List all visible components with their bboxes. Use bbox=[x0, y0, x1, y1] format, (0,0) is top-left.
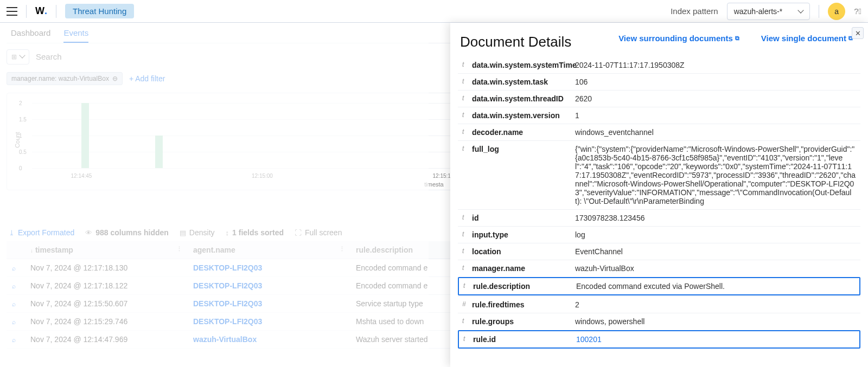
tab-events[interactable]: Events bbox=[63, 28, 88, 43]
field-value: windows, powershell bbox=[575, 317, 856, 326]
field-row[interactable]: tmanager.namewazuh-VirtualBox bbox=[458, 260, 860, 276]
field-row[interactable]: tdata.win.system.task106 bbox=[458, 73, 860, 90]
divider bbox=[819, 5, 819, 18]
flyout-title: Document Details bbox=[460, 34, 571, 50]
field-type-icon: t bbox=[462, 111, 472, 119]
chart-y-tick: 0 bbox=[19, 165, 22, 171]
columns-hidden-label: 988 columns hidden bbox=[95, 228, 169, 237]
fullscreen-button[interactable]: ⛶Full screen bbox=[295, 228, 342, 237]
divider bbox=[56, 5, 56, 18]
external-link-icon: ⧉ bbox=[735, 35, 739, 42]
field-row[interactable]: tlocationEventChannel bbox=[458, 243, 860, 260]
filter-chip-text: manager.name: wazuh-VirtualBox bbox=[11, 75, 109, 82]
cell-timestamp: Nov 7, 2024 @ 12:17:18.130 bbox=[25, 259, 188, 277]
field-type-icon: t bbox=[462, 230, 472, 238]
chart-y-tick: 1 bbox=[19, 133, 22, 139]
field-value: 2 bbox=[575, 300, 856, 309]
sort-label: 1 fields sorted bbox=[232, 228, 284, 237]
field-row[interactable]: trule.groupswindows, powershell bbox=[458, 313, 860, 330]
field-name: data.win.system.threadID bbox=[472, 94, 575, 103]
density-button[interactable]: ▤Density bbox=[180, 228, 215, 237]
density-label: Density bbox=[189, 228, 215, 237]
expand-row-icon[interactable]: ⌕ bbox=[12, 282, 16, 290]
field-type-icon: t bbox=[462, 264, 472, 272]
chart-bar[interactable] bbox=[81, 103, 89, 168]
cell-agent-name[interactable]: DESKTOP-LFI2Q03 bbox=[188, 259, 350, 277]
field-row[interactable]: tid1730978238.123456 bbox=[458, 209, 860, 226]
cell-timestamp: Nov 7, 2024 @ 12:15:50.607 bbox=[25, 295, 188, 313]
cell-agent-name[interactable]: DESKTOP-LFI2Q03 bbox=[188, 313, 350, 331]
field-type-icon: t bbox=[462, 214, 472, 221]
sort-button[interactable]: ↕1 fields sorted bbox=[226, 228, 284, 237]
cell-agent-name[interactable]: DESKTOP-LFI2Q03 bbox=[188, 295, 350, 313]
columns-hidden-button[interactable]: 👁988 columns hidden bbox=[85, 228, 169, 237]
field-name: data.win.system.task bbox=[472, 78, 575, 86]
field-name: full_log bbox=[472, 145, 575, 153]
cell-agent-name[interactable]: wazuh-VirtualBox bbox=[188, 331, 350, 349]
expand-row-icon[interactable]: ⌕ bbox=[12, 300, 16, 308]
density-icon: ▤ bbox=[180, 229, 186, 237]
expand-row-icon[interactable]: ⌕ bbox=[12, 336, 16, 344]
filter-chip[interactable]: manager.name: wazuh-VirtualBox ⊖ bbox=[7, 72, 123, 85]
field-type-icon: t bbox=[462, 94, 472, 102]
field-value[interactable]: 100201 bbox=[576, 335, 855, 344]
chart-bar[interactable] bbox=[155, 136, 163, 168]
expand-row-icon[interactable]: ⌕ bbox=[12, 318, 16, 326]
eye-off-icon: 👁 bbox=[85, 229, 92, 237]
expand-row-icon[interactable]: ⌕ bbox=[12, 265, 16, 272]
filter-chip-pin-icon: ⊖ bbox=[112, 75, 118, 82]
app-logo[interactable]: W. bbox=[35, 5, 47, 17]
view-surrounding-label: View surrounding documents bbox=[618, 34, 733, 43]
field-name: manager.name bbox=[472, 264, 575, 273]
field-value: 2024-11-07T11:17:17.1950308Z bbox=[575, 61, 856, 69]
field-row[interactable]: trule.descriptionEncoded command excuted… bbox=[458, 277, 860, 295]
index-pattern-select[interactable]: wazuh-alerts-* bbox=[727, 3, 810, 20]
chevron-down-icon bbox=[799, 7, 803, 16]
user-avatar[interactable]: a bbox=[828, 3, 845, 20]
view-surrounding-link[interactable]: View surrounding documents ⧉ bbox=[618, 34, 739, 43]
field-name: location bbox=[472, 247, 575, 256]
field-row[interactable]: tdata.win.system.threadID2620 bbox=[458, 90, 860, 107]
field-row[interactable]: tdata.win.system.version1 bbox=[458, 107, 860, 124]
field-type-icon: t bbox=[462, 145, 472, 152]
field-name: rule.id bbox=[473, 335, 576, 344]
field-value: wazuh-VirtualBox bbox=[575, 264, 856, 273]
field-row[interactable]: trule.id100201 bbox=[458, 330, 860, 349]
field-name: rule.firedtimes bbox=[472, 300, 575, 309]
field-type-icon: t bbox=[462, 128, 472, 136]
chart-x-axis-label: timesta bbox=[424, 181, 443, 188]
chart-y-tick: 0.5 bbox=[19, 149, 27, 155]
chevron-down-icon bbox=[20, 53, 24, 61]
add-filter-button[interactable]: + Add filter bbox=[129, 74, 165, 83]
hamburger-menu-icon[interactable] bbox=[7, 7, 17, 16]
tab-dashboard[interactable]: Dashboard bbox=[11, 28, 50, 43]
field-row[interactable]: tdecoder.namewindows_eventchannel bbox=[458, 124, 860, 140]
field-name: decoder.name bbox=[472, 128, 575, 137]
field-name: data.win.system.systemTime bbox=[472, 61, 575, 69]
chart-x-tick: 12:14:45 bbox=[71, 173, 92, 179]
close-button[interactable]: ✕ bbox=[852, 27, 864, 39]
search-options-button[interactable]: ⊞ bbox=[7, 49, 29, 65]
cell-timestamp: Nov 7, 2024 @ 12:17:18.122 bbox=[25, 277, 188, 295]
field-type-icon: t bbox=[463, 335, 473, 343]
column-header[interactable]: agent.name⋮ bbox=[188, 241, 350, 259]
field-name: id bbox=[472, 214, 575, 222]
view-single-link[interactable]: View single document ⧉ bbox=[761, 34, 853, 43]
module-badge[interactable]: Threat Hunting bbox=[65, 4, 134, 18]
field-type-icon: t bbox=[462, 61, 472, 68]
export-button[interactable]: ⤓Export Formated bbox=[9, 228, 74, 237]
cell-agent-name[interactable]: DESKTOP-LFI2Q03 bbox=[188, 277, 350, 295]
column-header[interactable]: ↓ timestamp⋮ bbox=[25, 241, 188, 259]
field-row[interactable]: tfull_log{"win":{"system":{"providerName… bbox=[458, 140, 860, 209]
field-value: 2620 bbox=[575, 94, 856, 103]
field-value: EventChannel bbox=[575, 247, 856, 256]
field-row[interactable]: #rule.firedtimes2 bbox=[458, 296, 860, 313]
field-row[interactable]: tinput.typelog bbox=[458, 226, 860, 243]
field-value: windows_eventchannel bbox=[575, 128, 856, 137]
field-type-icon: t bbox=[462, 78, 472, 85]
field-value: Encoded command excuted via PowerShell. bbox=[576, 282, 855, 291]
chart-y-tick: 2 bbox=[19, 100, 22, 106]
cell-timestamp: Nov 7, 2024 @ 12:14:47.969 bbox=[25, 331, 188, 349]
help-icon[interactable]: ?⃝ bbox=[854, 7, 861, 16]
field-row[interactable]: tdata.win.system.systemTime2024-11-07T11… bbox=[458, 57, 860, 73]
